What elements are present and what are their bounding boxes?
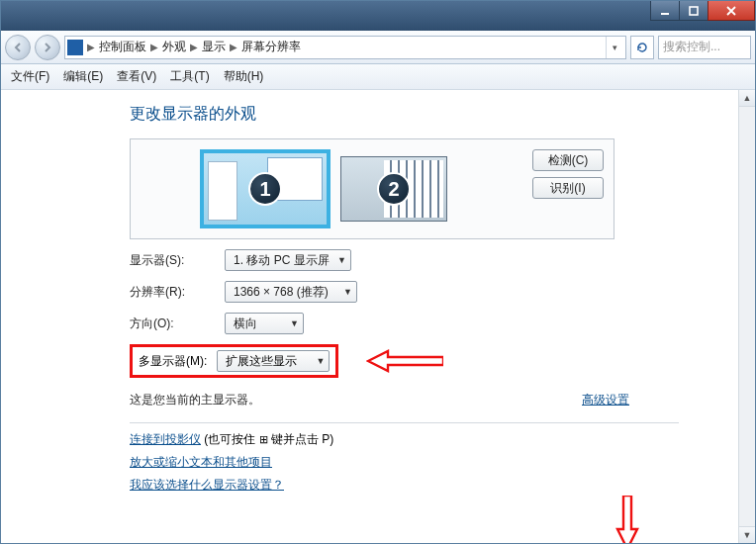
windows-key-icon: ⊞ <box>259 433 268 445</box>
close-button[interactable] <box>708 1 755 21</box>
back-button[interactable] <box>5 35 31 60</box>
close-icon <box>725 5 737 17</box>
search-input[interactable]: 搜索控制... <box>658 36 751 59</box>
multi-display-label: 多显示器(M): <box>139 353 207 370</box>
resolution-value: 1366 × 768 (推荐) <box>234 284 329 301</box>
breadcrumb-item[interactable]: 显示 <box>202 39 226 55</box>
which-setting-link[interactable]: 我应该选择什么显示器设置？ <box>130 477 738 494</box>
chevron-right-icon: ▶ <box>150 42 158 52</box>
display-combobox[interactable]: 1. 移动 PC 显示屏 ▼ <box>225 249 351 271</box>
advanced-settings-link[interactable]: 高级设置 <box>582 392 629 408</box>
projector-hint-b: 键并点击 P) <box>271 432 333 446</box>
multi-display-value: 扩展这些显示 <box>226 353 297 370</box>
monitor-2-badge: 2 <box>377 172 411 206</box>
menu-file[interactable]: 文件(F) <box>11 68 49 85</box>
detect-button[interactable]: 检测(C) <box>532 149 604 171</box>
row-resolution: 分辨率(R): 1366 × 768 (推荐) ▼ <box>130 281 738 303</box>
arrow-right-icon <box>42 42 53 53</box>
maximize-icon <box>688 5 700 17</box>
orientation-label: 方向(O): <box>130 316 211 332</box>
svg-rect-0 <box>661 13 669 15</box>
resolution-combobox[interactable]: 1366 × 768 (推荐) ▼ <box>225 281 357 303</box>
highlight-multi-display: 多显示器(M): 扩展这些显示 ▼ <box>130 344 338 378</box>
menu-help[interactable]: 帮助(H) <box>224 68 264 85</box>
monitor-2[interactable]: 2 <box>340 156 447 222</box>
minimize-icon <box>659 5 671 17</box>
separator <box>130 422 679 423</box>
content-area: 更改显示器的外观 1 2 检测(C) 识别(I) 显示器(S): <box>1 90 738 543</box>
display-value: 1. 移动 PC 显示屏 <box>234 252 330 269</box>
orientation-combobox[interactable]: 横向 ▼ <box>225 313 304 334</box>
navbar: ▶ 控制面板 ▶ 外观 ▶ 显示 ▶ 屏幕分辨率 ▾ 搜索控制... <box>1 31 755 64</box>
chevron-down-icon: ▼ <box>343 287 352 297</box>
chevron-right-icon: ▶ <box>230 42 237 52</box>
chevron-down-icon: ▼ <box>316 356 325 366</box>
refresh-button[interactable] <box>630 36 654 59</box>
monitor-1-badge: 1 <box>248 172 282 206</box>
scroll-up-icon[interactable]: ▲ <box>739 90 755 107</box>
annotation-arrow-left-icon <box>366 349 443 373</box>
menubar: 文件(F) 编辑(E) 查看(V) 工具(T) 帮助(H) <box>1 64 755 90</box>
row-orientation: 方向(O): 横向 ▼ <box>130 313 738 334</box>
page-title: 更改显示器的外观 <box>130 104 738 125</box>
chevron-down-icon: ▼ <box>337 255 346 265</box>
scrollbar[interactable]: ▲ ▼ <box>738 90 755 543</box>
monitor-1[interactable]: 1 <box>200 149 331 228</box>
row-display: 显示器(S): 1. 移动 PC 显示屏 ▼ <box>130 249 738 271</box>
titlebar <box>1 1 755 31</box>
primary-display-text: 这是您当前的主显示器。 <box>130 392 260 408</box>
svg-rect-1 <box>690 7 698 15</box>
maximize-button[interactable] <box>679 1 709 21</box>
control-panel-icon <box>67 40 83 55</box>
menu-tools[interactable]: 工具(T) <box>170 68 209 85</box>
annotation-arrow-down-icon <box>615 496 639 543</box>
content-wrap: 更改显示器的外观 1 2 检测(C) 识别(I) 显示器(S): <box>1 90 755 543</box>
menu-view[interactable]: 查看(V) <box>117 68 156 85</box>
address-dropdown[interactable]: ▾ <box>606 37 623 58</box>
refresh-icon <box>635 41 649 54</box>
forward-button[interactable] <box>35 35 60 60</box>
chevron-right-icon: ▶ <box>87 42 95 52</box>
resolution-label: 分辨率(R): <box>130 284 211 301</box>
arrow-left-icon <box>12 42 24 53</box>
preview-side-buttons: 检测(C) 识别(I) <box>532 149 604 199</box>
menu-edit[interactable]: 编辑(E) <box>63 68 103 85</box>
chevron-right-icon: ▶ <box>190 42 198 52</box>
projector-hint-a: (也可按住 <box>204 432 258 446</box>
display-preview: 1 2 检测(C) 识别(I) <box>130 138 614 239</box>
identify-button[interactable]: 识别(I) <box>532 177 604 199</box>
window-frame: ▶ 控制面板 ▶ 外观 ▶ 显示 ▶ 屏幕分辨率 ▾ 搜索控制... 文件(F)… <box>0 0 756 544</box>
scroll-track[interactable] <box>739 107 755 526</box>
preview-window-icon <box>208 161 237 221</box>
minimize-button[interactable] <box>650 1 680 21</box>
breadcrumb-item[interactable]: 控制面板 <box>99 39 146 55</box>
text-size-link[interactable]: 放大或缩小文本和其他项目 <box>130 454 738 471</box>
scroll-down-icon[interactable]: ▼ <box>739 526 755 543</box>
search-placeholder: 搜索控制... <box>663 39 720 55</box>
multi-display-combobox[interactable]: 扩展这些显示 ▼ <box>217 350 330 372</box>
breadcrumb-item[interactable]: 屏幕分辨率 <box>241 39 301 55</box>
orientation-value: 横向 <box>234 316 257 332</box>
chevron-down-icon: ▼ <box>290 318 299 328</box>
display-label: 显示器(S): <box>130 252 211 269</box>
breadcrumb-item[interactable]: 外观 <box>162 39 186 55</box>
address-bar[interactable]: ▶ 控制面板 ▶ 外观 ▶ 显示 ▶ 屏幕分辨率 ▾ <box>64 36 626 59</box>
projector-link[interactable]: 连接到投影仪 <box>130 432 201 446</box>
